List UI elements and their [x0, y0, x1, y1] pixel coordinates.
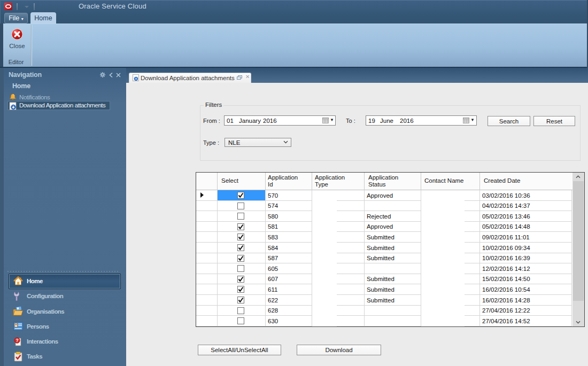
svg-text:?: ? [16, 338, 18, 343]
